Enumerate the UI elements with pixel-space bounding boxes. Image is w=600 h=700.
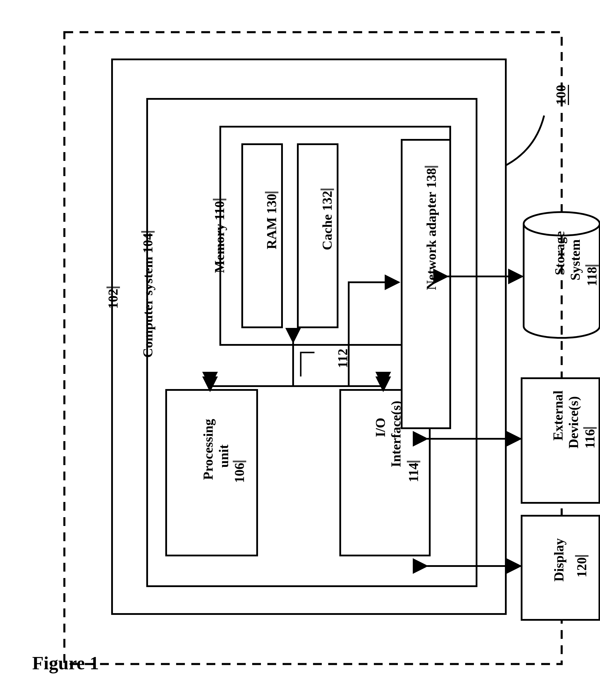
io-display-visible: [0, 0, 600, 700]
